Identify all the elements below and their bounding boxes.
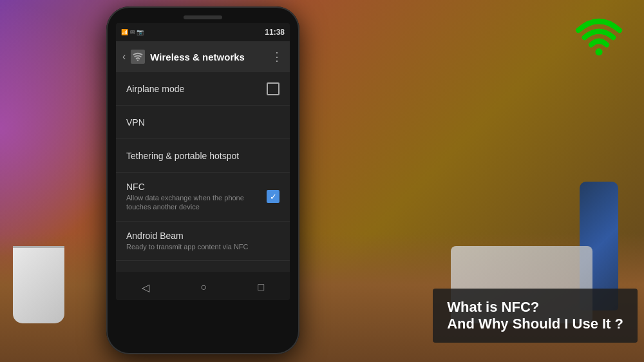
action-bar: ‹ Wireless & networks ⋮: [116, 41, 290, 72]
text-overlay: What is NFC? And Why Should I Use It ?: [433, 289, 638, 343]
nav-home-button[interactable]: ○: [200, 281, 207, 293]
svg-point-1: [137, 59, 138, 61]
android-beam-subtitle: Ready to transmit app content via NFC: [126, 242, 279, 251]
android-beam-content: Android Beam Ready to transmit app conte…: [126, 231, 279, 251]
status-bar: 📶 ✉ 📷 11:38: [116, 23, 290, 41]
status-icons: 📶 ✉ 📷: [121, 29, 144, 35]
status-time: 11:38: [265, 28, 285, 37]
back-button[interactable]: ‹: [122, 51, 126, 62]
overlay-line2: And Why Should I Use It ?: [447, 316, 623, 332]
nfc-title: NFC: [126, 182, 267, 192]
phone-screen: 📶 ✉ 📷 11:38 ‹ Wireless & networks ⋮: [116, 23, 290, 300]
nav-recent-button[interactable]: □: [258, 281, 265, 293]
vpn-title: VPN: [126, 117, 279, 128]
nfc-checkbox[interactable]: ✓: [267, 190, 279, 203]
settings-item-vpn[interactable]: VPN: [116, 106, 290, 139]
airplane-mode-checkbox[interactable]: [267, 82, 279, 95]
wireless-icon: [131, 50, 145, 64]
phone: 📶 ✉ 📷 11:38 ‹ Wireless & networks ⋮: [106, 6, 299, 354]
settings-list: Airplane mode VPN Tethering & portable h…: [116, 72, 290, 272]
vpn-content: VPN: [126, 117, 279, 128]
wifi-large-icon: [573, 13, 625, 58]
overlay-line1: What is NFC?: [447, 299, 623, 316]
svg-point-0: [595, 48, 602, 55]
cup: [13, 246, 64, 323]
settings-item-nfc[interactable]: NFC Allow data exchange when the phone t…: [116, 173, 290, 222]
settings-item-android-beam[interactable]: Android Beam Ready to transmit app conte…: [116, 222, 290, 261]
phone-nav-bar: ◁ ○ □: [116, 274, 290, 300]
nfc-subtitle: Allow data exchange when the phone touch…: [126, 193, 267, 212]
airplane-mode-content: Airplane mode: [126, 84, 267, 94]
nfc-content: NFC Allow data exchange when the phone t…: [126, 182, 267, 212]
android-beam-title: Android Beam: [126, 231, 279, 241]
airplane-mode-title: Airplane mode: [126, 84, 267, 94]
tethering-content: Tethering & portable hotspot: [126, 151, 279, 161]
overflow-menu-button[interactable]: ⋮: [271, 50, 283, 64]
settings-item-airplane-mode[interactable]: Airplane mode: [116, 72, 290, 106]
action-bar-title: Wireless & networks: [150, 52, 266, 62]
tethering-title: Tethering & portable hotspot: [126, 151, 279, 161]
settings-item-mobile-networks[interactable]: Mobile networks: [116, 261, 290, 272]
nav-back-button[interactable]: ◁: [142, 281, 149, 294]
notification-icons: 📶 ✉ 📷: [121, 29, 144, 35]
settings-item-tethering[interactable]: Tethering & portable hotspot: [116, 139, 290, 173]
phone-speaker: [184, 15, 222, 19]
